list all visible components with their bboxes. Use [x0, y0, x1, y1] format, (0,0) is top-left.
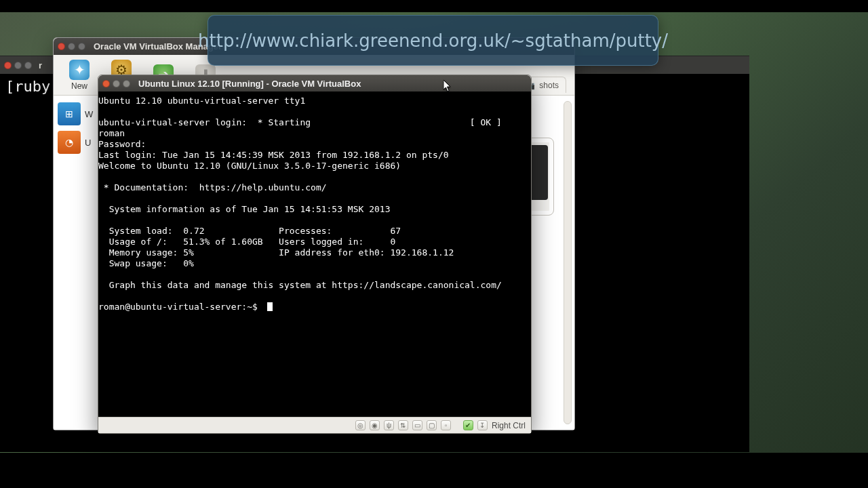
- new-vm-button[interactable]: ✦ New: [59, 56, 100, 94]
- close-icon[interactable]: [4, 62, 12, 69]
- guest-additions-icon[interactable]: ✔: [463, 420, 473, 430]
- minimize-icon[interactable]: [113, 80, 120, 87]
- network-icon[interactable]: ⇅: [398, 420, 408, 430]
- minimize-icon[interactable]: [68, 43, 75, 50]
- vm-item-label: W: [85, 109, 93, 119]
- snapshots-label: shots: [539, 81, 559, 90]
- url-overlay-banner: http://www.chiark.greenend.org.uk/~sgtat…: [208, 15, 658, 66]
- vm-console-title: Ubuntu Linux 12.10 [Running] - Oracle VM…: [138, 79, 361, 89]
- new-icon: ✦: [69, 60, 90, 80]
- vm-status-bar: ◎ ◉ ψ ⇅ ▭ ▢ ▫ ✔ ↧ Right Ctrl: [98, 417, 531, 433]
- scrollbar[interactable]: [564, 101, 572, 424]
- close-icon[interactable]: [58, 43, 65, 50]
- vm-item-label: U: [85, 138, 91, 148]
- maximize-icon[interactable]: [123, 80, 130, 87]
- maximize-icon[interactable]: [24, 62, 32, 69]
- shared-folders-icon[interactable]: ▭: [412, 420, 422, 430]
- letterbox-bottom: [0, 453, 868, 488]
- letterbox-top: [0, 0, 868, 12]
- usb-icon[interactable]: ψ: [384, 420, 394, 430]
- cursor-icon: [443, 80, 452, 92]
- minimize-icon[interactable]: [14, 62, 22, 69]
- background-terminal-title: r: [39, 60, 42, 70]
- new-label: New: [71, 81, 87, 91]
- close-icon[interactable]: [102, 80, 110, 87]
- url-overlay-text: http://www.chiark.greenend.org.uk/~sgtat…: [198, 30, 668, 51]
- display-icon[interactable]: ▢: [427, 420, 437, 430]
- maximize-icon[interactable]: [78, 43, 85, 50]
- optical-drive-icon[interactable]: ◉: [370, 420, 380, 430]
- vm-console-window: Ubuntu Linux 12.10 [Running] - Oracle VM…: [98, 75, 532, 434]
- mouse-integration-icon[interactable]: ↧: [477, 420, 488, 430]
- vm-console-titlebar[interactable]: Ubuntu Linux 12.10 [Running] - Oracle VM…: [98, 75, 531, 92]
- vrde-icon[interactable]: ▫: [441, 420, 451, 430]
- host-key-label: Right Ctrl: [492, 421, 526, 430]
- windows-icon: ⊞: [58, 102, 81, 125]
- vm-console-terminal[interactable]: Ubuntu 12.10 ubuntu-virtual-server tty1 …: [98, 92, 531, 417]
- ubuntu-icon: ◔: [58, 131, 81, 154]
- hard-disk-icon[interactable]: ◎: [355, 420, 366, 430]
